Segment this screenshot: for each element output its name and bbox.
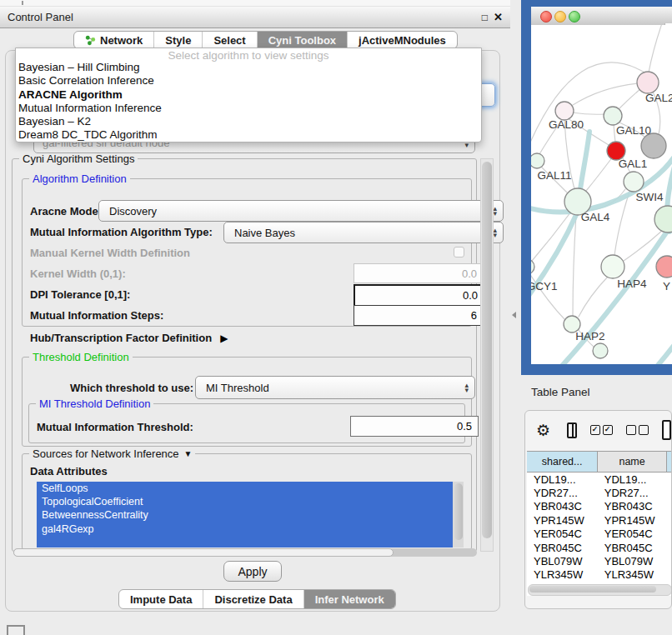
column-header[interactable]: shared... [527,452,598,472]
network-node[interactable] [601,255,624,278]
table-row[interactable]: YPR145WYPR145W9. [527,513,672,527]
tab-style[interactable]: Style [154,32,203,48]
attribute-item[interactable]: TopologicalCoefficient [37,495,454,508]
attribute-list[interactable]: SelfLoopsTopologicalCoefficientBetweenne… [37,482,464,548]
table-cell[interactable]: YDR27... [598,486,667,499]
table-hscrollbar[interactable] [528,584,672,596]
table-cell[interactable]: 9. [666,513,672,527]
table-cell[interactable]: YBL079W [527,554,598,568]
attribute-list-scrollbar[interactable] [453,482,464,548]
table-cell[interactable]: YDR27... [527,486,598,499]
traffic-zoom[interactable] [569,11,580,22]
close-button[interactable]: ✕ [494,11,503,23]
table-cell[interactable]: YBR045C [527,541,598,554]
doc-icon[interactable] [662,420,671,440]
network-node[interactable] [531,153,544,168]
attribute-item[interactable]: BetweennessCentrality [37,508,454,522]
table-row[interactable]: YBR043CYBR043C [527,500,672,513]
dpi-field[interactable]: 0.0 [354,284,485,307]
table-cell[interactable]: 9. [666,541,672,554]
table-row[interactable]: YLR345WYLR345W9. [527,568,672,582]
gear-icon[interactable]: ⚙ [536,421,550,440]
apply-button[interactable]: Apply [223,561,282,582]
table-cell[interactable]: YBR045C [598,541,667,554]
traffic-close[interactable] [540,11,552,22]
traffic-minimize[interactable] [554,11,566,22]
network-graph[interactable]: GAL2GAL80GAL10GAL1GAL11SWI4GAL4GCY1HAP4Y… [531,25,672,364]
table-row[interactable]: YER054CYER054C8. [527,528,672,541]
network-node[interactable] [641,133,666,158]
network-node[interactable] [654,206,672,232]
columns-icon[interactable] [567,422,576,438]
splitter-handle[interactable] [512,312,516,318]
scrollbar-thumb[interactable] [482,162,492,538]
tab-network[interactable]: Network [74,32,154,48]
which-threshold-combo[interactable]: MI Threshold ▴▾ [195,376,475,399]
attribute-item[interactable]: SelfLoops [37,482,454,495]
tab-select[interactable]: Select [203,32,257,48]
table-row[interactable]: YBL079WYBL079W [527,554,672,568]
table-cell[interactable]: 12 [666,486,672,499]
network-node[interactable] [624,172,644,192]
algorithm-item[interactable]: Bayesian – Hill Climbing [16,61,481,74]
unchecked-boxes-icon[interactable] [626,425,649,435]
scrollbar-thumb[interactable] [529,586,656,592]
tab-cyni-toolbox[interactable]: Cyni Toolbox [258,32,348,48]
column-header[interactable]: name [598,452,667,472]
tab-jactivemnodules[interactable]: jActiveMNodules [348,32,457,48]
table-cell[interactable]: YDL19... [527,472,598,487]
manual-kernel-checkbox[interactable] [454,247,464,258]
settings-vscrollbar[interactable] [480,158,494,552]
table-cell[interactable]: YBR043C [598,500,667,513]
network-node[interactable] [656,256,672,278]
table-cell[interactable]: YBR043C [527,500,598,513]
checked-boxes-icon[interactable]: ✓✓ [590,425,613,435]
network-node[interactable] [604,107,622,125]
algorithm-dropdown[interactable]: Select algorithm to view settings Bayesi… [15,48,482,142]
table-cell[interactable]: YPR145W [598,513,667,527]
bottom-tab-infer-network[interactable]: Infer Network [304,590,395,608]
scrollbar-thumb[interactable] [454,483,463,540]
table-cell[interactable]: YLR345W [527,568,598,582]
network-titlebar[interactable] [531,7,672,26]
algorithm-item[interactable]: Bayesian – K2 [16,115,481,128]
attribute-item[interactable] [37,536,454,548]
network-node[interactable] [555,102,574,120]
node-table[interactable]: shared...nameYDL19...YDL19...13YDR27...Y… [527,451,672,596]
float-button[interactable]: □ [482,12,488,23]
mi-steps-field[interactable]: 6 [354,305,484,326]
aracne-mode-combo[interactable]: Discovery ▴▾ [98,200,504,222]
algorithm-item[interactable]: Basic Correlation Inference [16,74,481,88]
hub-section[interactable]: Hub/Transcription Factor Definition ▶ [30,332,228,344]
table-cell[interactable]: 8. [666,528,672,541]
bottom-tab-impute-data[interactable]: Impute Data [119,590,203,608]
table-row[interactable]: YBR045CYBR045C9. [527,541,672,554]
scrollbar-thumb[interactable] [13,548,394,557]
table-cell[interactable] [666,500,672,513]
table-cell[interactable]: YLR345W [598,568,667,582]
network-node[interactable] [593,343,608,358]
algorithm-item[interactable]: ARACNE Algorithm [16,88,481,102]
table-row[interactable]: YDL19...YDL19...13 [527,472,672,487]
table-cell[interactable]: YER054C [598,528,667,541]
network-node[interactable] [531,259,534,274]
column-header[interactable] [666,452,672,472]
mi-threshold-field[interactable]: 0.5 [350,416,479,437]
attribute-item[interactable]: gal4RGexp [37,522,454,536]
table-cell[interactable]: YDL19... [598,472,667,487]
bottom-tab-discretize-data[interactable]: Discretize Data [203,590,303,608]
settings-hscrollbar[interactable] [13,548,477,557]
algorithm-item[interactable]: Mutual Information Inference [16,102,481,115]
mini-window-icon[interactable] [7,625,25,635]
kernel-width-field[interactable]: 0.0 [354,263,484,283]
network-canvas[interactable]: GAL2GAL80GAL10GAL1GAL11SWI4GAL4GCY1HAP4Y… [531,25,672,364]
table-cell[interactable]: 13 [666,472,672,487]
algorithm-item[interactable]: Dream8 DC_TDC Algorithm [16,128,481,142]
expand-right-icon[interactable]: ▶ [220,332,228,344]
table-cell[interactable]: 9. [666,568,672,582]
table-cell[interactable]: YER054C [527,528,598,541]
mi-type-combo[interactable]: Naive Bayes ▴▾ [223,222,504,243]
expand-down-icon[interactable]: ▼ [184,449,193,458]
network-node[interactable] [637,72,659,93]
table-cell[interactable]: YPR145W [527,513,598,527]
